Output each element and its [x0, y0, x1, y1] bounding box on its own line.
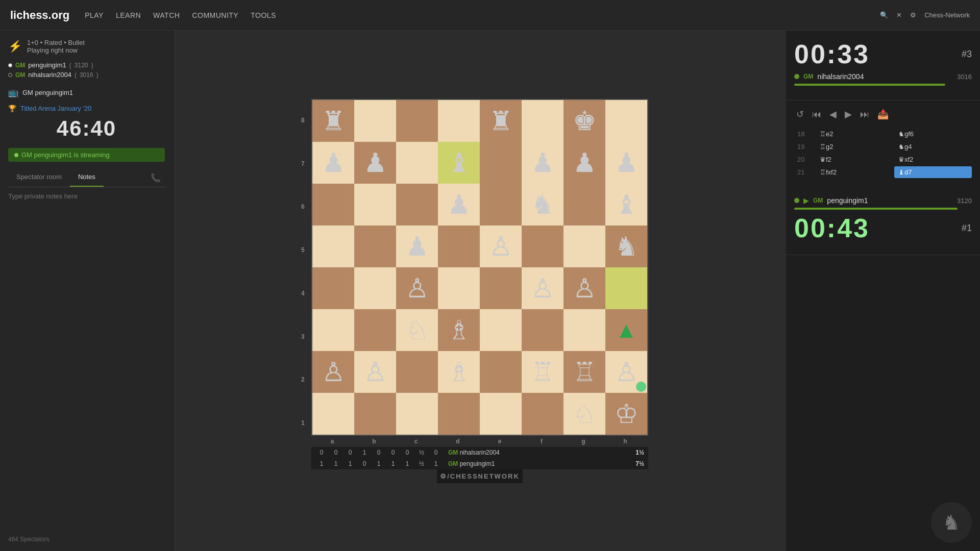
move-19w[interactable]: ♖g2: [816, 141, 893, 153]
bottom-player-name[interactable]: penguingim1: [827, 196, 868, 205]
streaming-badge[interactable]: GM penguingim1 is streaming: [8, 148, 165, 162]
nav-watch[interactable]: WATCH: [153, 11, 180, 19]
cell-e2[interactable]: [480, 351, 522, 393]
search-icon[interactable]: 🔍: [880, 11, 888, 19]
cell-e1[interactable]: [480, 393, 522, 435]
move-21w[interactable]: ♖fxf2: [816, 166, 893, 178]
close-icon[interactable]: ✕: [896, 11, 902, 19]
cell-f6[interactable]: ♞: [522, 184, 564, 226]
cell-f7[interactable]: ♟: [522, 142, 564, 184]
notes-input[interactable]: [8, 192, 165, 532]
cell-g5[interactable]: [564, 226, 605, 267]
cell-h4[interactable]: [605, 267, 647, 309]
settings-icon[interactable]: ⚙: [910, 11, 916, 19]
cell-g6[interactable]: [564, 184, 605, 226]
cell-c7[interactable]: [396, 142, 438, 184]
cell-g7[interactable]: ♟: [564, 142, 605, 184]
cell-g4[interactable]: ♙: [564, 267, 605, 309]
skip-forward-icon[interactable]: ⏭: [858, 107, 871, 122]
cell-d7[interactable]: ♝: [438, 142, 480, 184]
move-20w[interactable]: ♛f2: [816, 154, 893, 165]
cell-f4[interactable]: ♙: [522, 267, 564, 309]
logo[interactable]: lichess.org: [10, 9, 69, 22]
cell-d5[interactable]: [438, 226, 480, 267]
move-19b[interactable]: ♞g4: [894, 141, 972, 153]
cell-g2[interactable]: ♖: [564, 351, 605, 393]
cell-h8[interactable]: [605, 100, 647, 142]
cell-h1[interactable]: ♔: [605, 393, 647, 435]
cell-c3[interactable]: ♘: [396, 309, 438, 351]
cell-a8[interactable]: ♜: [312, 100, 354, 142]
cell-a4[interactable]: [312, 267, 354, 309]
cell-d4[interactable]: [438, 267, 480, 309]
cell-a2[interactable]: ♙: [312, 351, 354, 393]
cell-a5[interactable]: [312, 226, 354, 267]
tab-spectator[interactable]: Spectator room: [8, 169, 70, 187]
cell-g3[interactable]: [564, 309, 605, 351]
cell-b1[interactable]: [354, 393, 396, 435]
move-18w[interactable]: ♖e2: [816, 128, 893, 140]
cell-h5[interactable]: ♞: [605, 226, 647, 267]
cell-g8[interactable]: ♚: [564, 100, 605, 142]
cell-h7[interactable]: ♟: [605, 142, 647, 184]
cell-b3[interactable]: [354, 309, 396, 351]
nav-play[interactable]: PLAY: [85, 11, 104, 19]
username[interactable]: Chess-Network: [924, 11, 970, 19]
cell-e3[interactable]: [480, 309, 522, 351]
cell-a3[interactable]: [312, 309, 354, 351]
move-21b[interactable]: ♝d7: [894, 166, 972, 178]
skip-back-icon[interactable]: ⏮: [810, 107, 823, 122]
cell-c6[interactable]: [396, 184, 438, 226]
sync-icon[interactable]: ↺: [794, 107, 806, 122]
cell-a7[interactable]: ♟: [312, 142, 354, 184]
cell-e4[interactable]: [480, 267, 522, 309]
phone-icon[interactable]: 📞: [146, 169, 165, 187]
cell-g1[interactable]: ♘: [564, 393, 605, 435]
top-player-name[interactable]: nihalsarin2004: [817, 72, 864, 81]
cell-b2[interactable]: ♙: [354, 351, 396, 393]
cell-c2[interactable]: [396, 351, 438, 393]
cell-b6[interactable]: [354, 184, 396, 226]
cell-c1[interactable]: [396, 393, 438, 435]
move-18b[interactable]: ♞gf6: [894, 128, 972, 140]
tab-notes[interactable]: Notes: [70, 169, 104, 187]
cell-a1[interactable]: [312, 393, 354, 435]
cell-f2[interactable]: ♖: [522, 351, 564, 393]
cell-c5[interactable]: ♟: [396, 226, 438, 267]
arena-link[interactable]: 🏆 Titled Arena January '20: [8, 105, 165, 112]
cell-e6[interactable]: [480, 184, 522, 226]
nav-tools[interactable]: TOOLS: [251, 11, 276, 19]
cell-c8[interactable]: [396, 100, 438, 142]
cell-h3[interactable]: ▲: [605, 309, 647, 351]
cell-e8[interactable]: ♜: [480, 100, 522, 142]
cell-d3[interactable]: ♗: [438, 309, 480, 351]
cell-f1[interactable]: [522, 393, 564, 435]
cell-d8[interactable]: [438, 100, 480, 142]
share-icon[interactable]: 📤: [875, 107, 891, 122]
step-forward-icon[interactable]: ▶: [843, 107, 854, 122]
cell-e7[interactable]: [480, 142, 522, 184]
s1-c8: ½: [415, 449, 428, 456]
cell-f3[interactable]: [522, 309, 564, 351]
cell-h2[interactable]: ♙: [605, 351, 647, 393]
cell-a6[interactable]: [312, 184, 354, 226]
cell-d2[interactable]: ♗: [438, 351, 480, 393]
cell-b5[interactable]: [354, 226, 396, 267]
cell-f5[interactable]: [522, 226, 564, 267]
nav-learn[interactable]: LEARN: [116, 11, 141, 19]
cell-f8[interactable]: [522, 100, 564, 142]
cell-e5[interactable]: ♙: [480, 226, 522, 267]
player2-name[interactable]: nihalsarin2004: [28, 71, 71, 79]
cell-d1[interactable]: [438, 393, 480, 435]
cell-d6[interactable]: ♟: [438, 184, 480, 226]
cell-b7[interactable]: ♟: [354, 142, 396, 184]
nav-community[interactable]: COMMUNITY: [192, 11, 238, 19]
player1-name[interactable]: penguingim1: [28, 61, 66, 69]
move-20b[interactable]: ♛xf2: [894, 154, 972, 165]
player-row-black: GM nihalsarin2004 ( 3016 ): [8, 71, 165, 79]
step-back-icon[interactable]: ◀: [827, 107, 839, 122]
cell-b8[interactable]: [354, 100, 396, 142]
cell-b4[interactable]: [354, 267, 396, 309]
cell-c4[interactable]: ♙: [396, 267, 438, 309]
cell-h6[interactable]: ♝: [605, 184, 647, 226]
